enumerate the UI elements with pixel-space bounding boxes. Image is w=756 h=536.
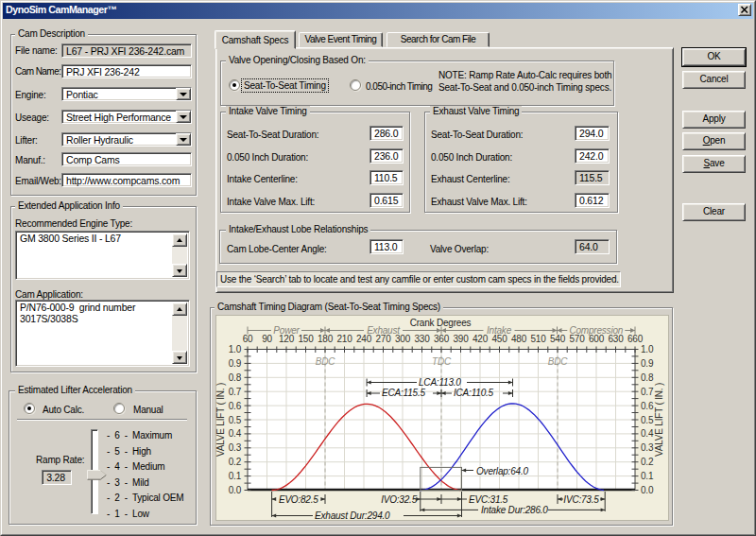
svg-text:660: 660: [627, 334, 644, 344]
svg-text:1.0: 1.0: [641, 344, 654, 354]
svg-text:Power: Power: [273, 325, 300, 336]
svg-text:VALVE LIFT ( IN. ): VALVE LIFT ( IN. ): [654, 383, 664, 457]
svg-text:480: 480: [511, 334, 527, 344]
svg-text:IVO:32.5: IVO:32.5: [381, 494, 418, 505]
svg-text:180: 180: [318, 334, 334, 344]
svg-text:0.4: 0.4: [641, 428, 654, 439]
svg-text:0.5: 0.5: [641, 415, 654, 425]
svg-text:0.6: 0.6: [229, 401, 242, 411]
svg-text:0.9: 0.9: [229, 358, 242, 369]
svg-text:ECA:115.5: ECA:115.5: [382, 388, 425, 398]
svg-text:0.0: 0.0: [229, 485, 242, 495]
svg-text:210: 210: [336, 334, 352, 344]
svg-text:0.7: 0.7: [229, 387, 242, 397]
svg-text:360: 360: [434, 334, 450, 344]
svg-text:VALVE LIFT ( IN. ): VALVE LIFT ( IN. ): [215, 383, 226, 457]
svg-text:TDC: TDC: [432, 356, 452, 367]
svg-text:60: 60: [243, 334, 253, 344]
svg-text:ICA:110.5: ICA:110.5: [454, 388, 494, 398]
svg-text:Intake Dur:286.0: Intake Dur:286.0: [481, 505, 548, 515]
svg-text:Overlap:64.0: Overlap:64.0: [476, 466, 528, 476]
svg-text:EVC:31.5: EVC:31.5: [469, 494, 508, 505]
svg-text:0.1: 0.1: [229, 471, 242, 481]
svg-text:LCA:113.0: LCA:113.0: [419, 377, 461, 388]
svg-text:Compression: Compression: [569, 325, 623, 336]
svg-text:Exhaust: Exhaust: [367, 325, 401, 336]
svg-text:510: 510: [530, 334, 546, 344]
svg-text:0.9: 0.9: [641, 358, 654, 369]
svg-text:0.2: 0.2: [229, 457, 242, 467]
svg-text:540: 540: [550, 334, 566, 344]
svg-text:330: 330: [414, 334, 430, 344]
svg-text:150: 150: [298, 334, 314, 344]
svg-text:0.4: 0.4: [229, 428, 242, 439]
svg-text:0.7: 0.7: [641, 387, 654, 397]
svg-text:BDC: BDC: [548, 356, 568, 367]
svg-text:90: 90: [262, 334, 272, 344]
svg-text:Crank Degrees: Crank Degrees: [410, 318, 472, 328]
svg-text:390: 390: [453, 334, 469, 344]
svg-text:0.0: 0.0: [641, 485, 654, 495]
svg-text:EVO:82.5: EVO:82.5: [279, 494, 318, 505]
svg-text:0.6: 0.6: [641, 401, 654, 411]
svg-text:0.8: 0.8: [641, 372, 654, 383]
svg-text:Intake: Intake: [487, 325, 512, 336]
svg-text:IVC:73.5: IVC:73.5: [563, 494, 599, 505]
svg-text:Exhaust Dur:294.0: Exhaust Dur:294.0: [315, 510, 390, 521]
svg-text:0.3: 0.3: [641, 442, 654, 453]
svg-text:0.2: 0.2: [641, 457, 654, 467]
svg-text:BDC: BDC: [316, 356, 335, 367]
svg-text:0.8: 0.8: [229, 372, 242, 383]
svg-text:0.5: 0.5: [229, 415, 242, 425]
svg-text:1.0: 1.0: [229, 344, 242, 354]
svg-text:0.1: 0.1: [641, 471, 654, 481]
svg-text:0.3: 0.3: [229, 442, 242, 453]
